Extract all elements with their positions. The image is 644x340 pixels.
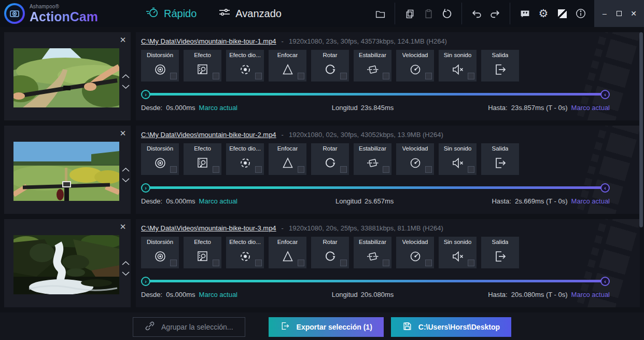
destination-folder-button[interactable]: C:\Users\Horst\Desktop [391,317,511,337]
tool-distorsion[interactable]: Distorsión [141,50,179,81]
tool-checkbox[interactable] [298,73,304,79]
settings-gear-button[interactable]: ⚙ [534,4,553,23]
trim-track[interactable] [145,280,606,282]
vertical-scrollbar[interactable] [639,32,643,227]
tool-checkbox[interactable] [170,73,177,79]
marco-actual-end-link[interactable]: Marco actual [571,291,610,298]
feedback-button[interactable] [515,4,534,23]
tool-checkbox[interactable] [255,73,262,79]
tool-checkbox[interactable] [468,73,474,79]
remove-clip-icon[interactable]: ✕ [118,222,128,232]
trim-track[interactable] [145,93,606,96]
tool-rotar[interactable]: Rotar [311,237,349,268]
tool-estabilizar[interactable]: Estabilizar [354,50,391,81]
close-button[interactable]: ✕ [626,0,641,27]
tool-checkbox[interactable] [383,73,389,79]
video-thumbnail-1[interactable] [13,48,119,107]
remove-clip-icon[interactable]: ✕ [118,129,128,138]
tool-checkbox[interactable] [213,166,219,173]
copy-button[interactable] [400,4,419,23]
tool-checkbox[interactable] [213,260,219,266]
tool-salida[interactable]: Salida [481,143,519,175]
tool-estabilizar[interactable]: Estabilizar [354,237,391,268]
remove-clip-icon[interactable]: ✕ [118,35,128,45]
move-down-icon[interactable] [122,269,130,275]
tool-sin-sonido[interactable]: Sin sonido [439,237,477,268]
move-up-icon[interactable] [122,165,130,171]
move-up-icon[interactable] [122,259,130,265]
marco-actual-end-link[interactable]: Marco actual [571,104,610,112]
marco-actual-start-link[interactable]: Marco actual [199,197,237,205]
move-down-icon[interactable] [122,82,130,88]
trim-handle-start[interactable]: › [141,183,150,193]
tool-checkbox[interactable] [383,166,389,173]
tool-checkbox[interactable] [468,166,474,173]
maximize-button[interactable] [612,0,626,27]
tool-checkbox[interactable] [255,260,262,266]
info-button[interactable] [571,4,590,23]
marco-actual-start-link[interactable]: Marco actual [199,291,237,298]
tool-checkbox[interactable] [298,166,304,173]
tool-efecto-diorama[interactable]: Efecto dio... [226,237,264,268]
tool-efecto-diorama[interactable]: Efecto dio... [226,143,264,175]
tool-checkbox[interactable] [340,260,347,266]
tool-checkbox[interactable] [383,260,389,266]
trim-handle-start[interactable]: › [141,90,150,99]
tool-efecto-diorama[interactable]: Efecto dio... [226,50,264,81]
tool-velocidad[interactable]: Velocidad [396,237,434,268]
tool-enfocar[interactable]: Enfocar [269,50,306,81]
tool-rotar[interactable]: Rotar [311,50,349,81]
tool-checkbox[interactable] [340,166,347,173]
tool-enfocar[interactable]: Enfocar [269,143,306,175]
tool-efecto[interactable]: Efecto [184,237,221,268]
tool-efecto[interactable]: Efecto [184,143,221,175]
file-link[interactable]: C:\My Data\Videos\mountain-bike-tour-2.m… [141,131,276,139]
tool-checkbox[interactable] [170,260,177,266]
tool-distorsion[interactable]: Distorsión [141,237,179,268]
tool-sin-sonido[interactable]: Sin sonido [439,143,477,175]
tool-checkbox[interactable] [425,73,432,79]
tool-checkbox[interactable] [340,73,347,79]
file-link[interactable]: C:\My Data\Videos\mountain-bike-tour-1.m… [141,37,276,45]
video-thumbnail-3[interactable] [13,235,119,294]
open-folder-button[interactable] [371,4,389,23]
move-up-icon[interactable] [122,72,130,78]
tool-sin-sonido[interactable]: Sin sonido [439,50,477,81]
tool-distorsion[interactable]: Distorsión [141,143,179,175]
tool-checkbox[interactable] [213,73,219,79]
redo-button[interactable] [486,4,505,23]
group-selection-button[interactable]: Agrupar la selección... [133,317,245,337]
tab-avanzado[interactable]: Avanzado [218,6,282,21]
tool-checkbox[interactable] [255,166,262,173]
reset-button[interactable] [438,4,456,23]
minimize-button[interactable]: – [597,0,612,27]
trim-handle-end[interactable]: ‹ [600,277,610,286]
trim-handle-end[interactable]: ‹ [600,183,610,193]
tool-estabilizar[interactable]: Estabilizar [354,143,391,175]
marco-actual-start-link[interactable]: Marco actual [199,104,237,112]
tool-salida[interactable]: Salida [481,237,519,268]
tool-velocidad[interactable]: Velocidad [396,50,434,81]
paste-button[interactable] [419,4,438,23]
tool-checkbox[interactable] [170,166,177,173]
tool-checkbox[interactable] [298,260,304,266]
marco-actual-end-link[interactable]: Marco actual [571,197,610,205]
undo-button[interactable] [467,4,486,23]
tool-checkbox[interactable] [425,260,432,266]
trim-track[interactable] [145,186,606,189]
tool-checkbox[interactable] [468,260,474,266]
export-selection-button[interactable]: Exportar selección (1) [269,317,384,337]
trim-handle-end[interactable]: ‹ [600,90,610,99]
tool-enfocar[interactable]: Enfocar [269,237,306,268]
file-link[interactable]: C:\My Data\Videos\mountain-bike-tour-3.m… [141,224,276,232]
tool-salida[interactable]: Salida [481,50,519,81]
tool-rotar[interactable]: Rotar [311,143,349,175]
trim-handle-start[interactable]: › [141,277,150,286]
move-down-icon[interactable] [122,175,130,182]
tab-rapido[interactable]: Rápido [146,6,197,21]
tool-checkbox[interactable] [425,166,432,173]
video-thumbnail-2[interactable] [13,142,119,201]
tool-velocidad[interactable]: Velocidad [396,143,434,175]
tool-efecto[interactable]: Efecto [184,50,221,81]
notes-button[interactable] [553,4,571,23]
